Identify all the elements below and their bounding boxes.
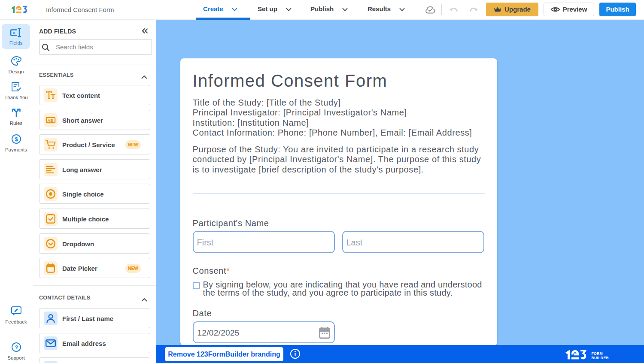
svg-text:$: $	[15, 136, 18, 142]
svg-text:A: A	[12, 30, 15, 35]
svg-text:AB: AB	[47, 118, 53, 122]
svg-text:?: ?	[15, 344, 18, 351]
